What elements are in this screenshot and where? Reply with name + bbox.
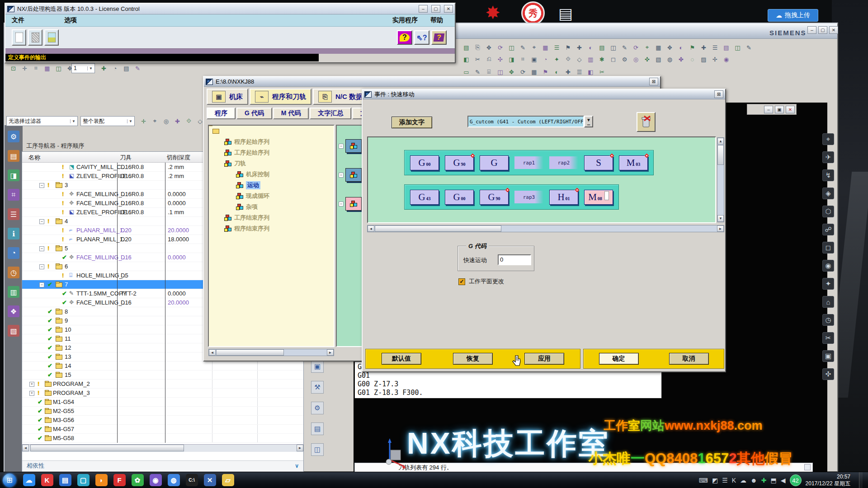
toolbar-icon[interactable]: ✎	[472, 67, 483, 77]
subtab-程序[interactable]: 程序	[207, 108, 236, 119]
tree-item-运动[interactable]: 运动	[209, 180, 334, 191]
main-minimize-button[interactable]: –	[807, 26, 816, 34]
gcode-word-block[interactable]: G00	[445, 190, 474, 205]
right-toolbar-icon[interactable]: ◈	[822, 188, 834, 199]
open-post-button[interactable]	[28, 29, 42, 46]
k-player-icon[interactable]: K	[38, 473, 56, 488]
button-恢复[interactable]: 恢复	[453, 353, 493, 365]
toolbar-icon[interactable]: ⟳	[495, 42, 505, 52]
360-browser-icon[interactable]: ✿	[128, 473, 146, 488]
resource-bar-icon[interactable]: ⚙	[8, 131, 19, 142]
toolbar-icon[interactable]: ⌗	[31, 63, 41, 73]
toolbar-icon[interactable]: ✜	[642, 54, 652, 64]
button-确定[interactable]: 确定	[599, 353, 639, 365]
toolbar-icon[interactable]: ◧	[461, 54, 472, 64]
license-maximize-button[interactable]: ▢	[431, 5, 440, 13]
selection-filter-combo[interactable]: 无选择过滤器▼	[6, 116, 78, 126]
toolbar-icon[interactable]: ⌖	[529, 42, 539, 52]
subtab-G 代码[interactable]: G 代码	[236, 108, 272, 119]
network-icon[interactable]: ⬒	[771, 477, 777, 484]
gcode-word-block[interactable]: G90	[445, 155, 474, 170]
right-toolbar-icon[interactable]: ◻	[822, 242, 834, 253]
notes-doc-icon[interactable]: ▤	[557, 2, 574, 25]
toolbar-icon[interactable]: ✣	[495, 54, 505, 64]
tree-expander-icon[interactable]: −	[339, 173, 344, 178]
side-icon[interactable]: ⚙	[311, 402, 324, 414]
toolbar-icon[interactable]: ✚	[99, 63, 109, 73]
word-combo-dropdown[interactable]: ▼▁	[584, 116, 593, 127]
navigator-row[interactable]: ✔M1-G54	[22, 398, 303, 407]
toolbar-icon[interactable]: ⎘	[472, 42, 483, 52]
toolbar-icon[interactable]: ◫	[506, 42, 517, 52]
gcode-word-block[interactable]: G43	[410, 190, 439, 205]
toolbar-icon[interactable]: ▦	[42, 63, 52, 73]
toolbar-icon[interactable]: ✱	[597, 54, 607, 64]
right-toolbar-icon[interactable]: ▣	[822, 350, 834, 362]
resize-grip[interactable]	[804, 464, 811, 470]
explorer-folder-icon[interactable]: ▱	[219, 473, 237, 488]
right-toolbar-icon[interactable]: ✈	[822, 151, 834, 163]
toolbar-icon[interactable]: ⎌	[484, 54, 494, 64]
toolbar-icon[interactable]: ☰	[574, 67, 585, 77]
cmd-icon[interactable]: C:\	[183, 473, 201, 488]
navigator-hscrollbar[interactable]: ◄ ►	[22, 444, 303, 452]
gcode-word-block[interactable]: H01	[549, 190, 578, 205]
menu-file[interactable]: 文件	[5, 16, 31, 24]
toolbar-icon[interactable]: ✦	[552, 54, 562, 64]
tree-expander-icon[interactable]: −	[39, 264, 44, 269]
toolbar-icon[interactable]: ▤	[597, 42, 607, 52]
block-row-chip[interactable]: −	[339, 196, 363, 211]
toolbar-icon[interactable]: ✚	[574, 42, 585, 52]
filter-toolbar-icon[interactable]: ⟐	[184, 116, 194, 126]
tree-item-root[interactable]	[209, 126, 334, 136]
toolbar-icon[interactable]: ▤	[461, 42, 472, 52]
child-close-button[interactable]: ✕	[786, 106, 795, 113]
navigator-row[interactable]: +!PROGRAM_2	[22, 380, 303, 389]
toolbar-icon[interactable]: ◫	[495, 67, 505, 77]
toolbar-icon[interactable]: ◍	[665, 54, 675, 64]
drag-upload-button[interactable]: ☁ 拖拽上传	[768, 9, 818, 22]
child-minimize-button[interactable]: –	[764, 106, 773, 113]
gcode-word-block[interactable]: M08	[584, 190, 613, 205]
toolbar-icon[interactable]: ▨	[698, 54, 709, 64]
navigator-row[interactable]: ✔15	[22, 371, 303, 380]
right-toolbar-icon[interactable]: ◉	[822, 260, 834, 272]
toolbar-icon[interactable]: ◐	[585, 42, 596, 52]
context-help-button[interactable]: ?	[397, 30, 412, 45]
tree-item-程序结束序列[interactable]: 程序结束序列	[209, 223, 334, 234]
right-toolbar-icon[interactable]: ◷	[822, 314, 834, 326]
toolbar-icon[interactable]: ◻	[608, 54, 618, 64]
cloud-sync-icon[interactable]: ☁	[740, 477, 746, 484]
button-默认值[interactable]: 默认值	[382, 353, 421, 365]
toolbar-icon[interactable]: ⚑	[540, 67, 551, 77]
windows-start-button[interactable]: ⊞	[3, 474, 16, 487]
tab-程序和刀轨[interactable]: ⌁程序和刀轨	[250, 89, 311, 105]
filter-toolbar-icon[interactable]: ✚	[172, 116, 183, 126]
menu-options[interactable]: 选项	[58, 16, 83, 24]
navigator-row[interactable]: ✔M3-G56	[22, 416, 303, 425]
toolbar-icon[interactable]: ✢	[710, 54, 720, 64]
toolbar-icon[interactable]: ▣	[529, 54, 539, 64]
volume-icon[interactable]: ◀	[781, 477, 786, 484]
toolbar-icon[interactable]: ⚙	[619, 54, 630, 64]
gcode-word-block[interactable]: S	[584, 155, 613, 170]
side-icon[interactable]: ▣	[311, 360, 324, 373]
block-row-chip[interactable]: −	[339, 138, 363, 154]
button-应用[interactable]: 应用	[524, 353, 564, 365]
delete-word-button[interactable]	[637, 112, 656, 132]
resource-bar-icon[interactable]: ◷	[8, 267, 19, 278]
toolbar-icon[interactable]: ⟐	[563, 54, 573, 64]
tree-item-程序起始序列[interactable]: 程序起始序列	[209, 136, 334, 147]
toolbar-icon[interactable]: ✂	[597, 67, 607, 77]
gcode-word-optional[interactable]: rap3	[514, 191, 543, 203]
toolbar-icon[interactable]: ⟳	[518, 67, 528, 77]
tray-badge[interactable]: 42	[790, 474, 802, 486]
toolbar-icon[interactable]: ✂	[472, 54, 483, 64]
toolbar-icon[interactable]: ⌖	[642, 42, 652, 52]
resource-bar-icon[interactable]: ℹ	[8, 228, 19, 239]
toolbar-icon[interactable]: ✥	[506, 67, 517, 77]
gcode-word-block[interactable]: G00	[410, 155, 439, 170]
filter-toolbar-icon[interactable]: ⌖	[150, 116, 160, 126]
tree-expander-icon[interactable]: +	[29, 382, 34, 387]
toolbar-icon[interactable]: ✎	[518, 42, 528, 52]
